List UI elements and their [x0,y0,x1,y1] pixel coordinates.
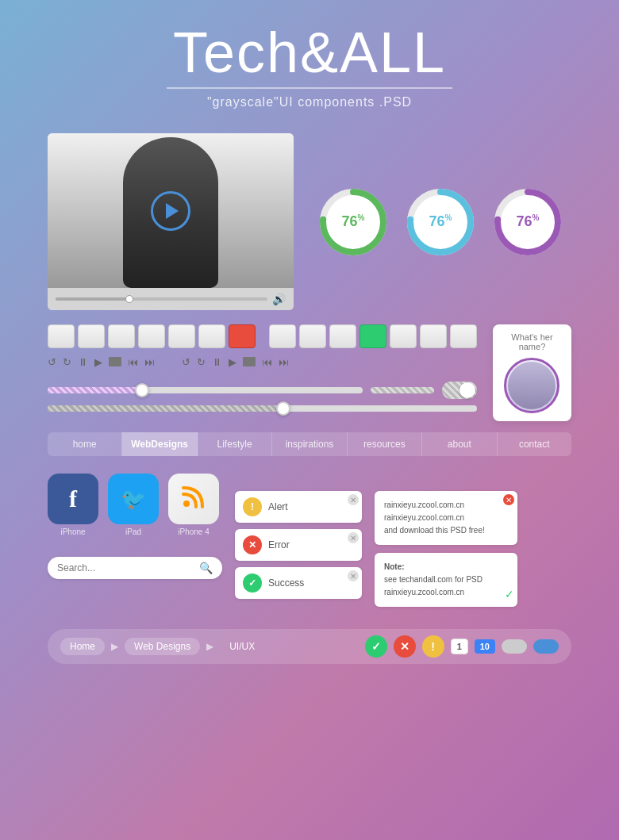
btn-8[interactable] [269,324,296,348]
alerts-section: ! Alert ✕ ✕ Error ✕ ✓ Success ✕ [235,491,362,607]
toggle-knob-1 [459,382,475,398]
nav-bar: home WebDesigns Lifestyle inspirations r… [48,432,571,456]
facebook-social: f iPhone [48,474,98,536]
nav-lifestyle[interactable]: Lifestyle [198,432,272,456]
btn-14[interactable] [450,324,477,348]
nav-resources[interactable]: resources [348,432,422,456]
slider-track-2[interactable] [48,405,477,412]
whn-avatar [504,358,559,413]
breadcrumb-arrow-1: ▶ [111,641,118,652]
pause-icon-2[interactable]: ⏸ [212,356,222,368]
toggle-blue[interactable] [533,639,559,654]
pause-icon[interactable]: ⏸ [78,356,88,368]
site-title: Tech&ALL [0,24,619,81]
note-1-line-2: rainxieyu.zcool.com.cn [384,512,508,524]
note-2-line-2: see techandall.com for PSD [384,573,508,586]
note-1: ✕ rainxieyu.zcool.com.cn rainxieyu.zcool… [375,491,517,545]
whn-title: What's her name? [504,332,560,351]
btn-7-red[interactable] [229,324,256,348]
search-input[interactable] [57,562,199,573]
slider-track-1[interactable] [48,387,363,393]
circle-blue: 76% [405,186,476,258]
alert-success-text: Success [268,577,304,589]
redo-icon-2[interactable]: ↻ [197,356,206,368]
stop-btn[interactable] [109,357,121,366]
breadcrumb-uiux[interactable]: UI/UX [220,638,264,655]
badge-1: 1 [451,639,468,654]
btn-10[interactable] [329,324,356,348]
notes-section: ✕ rainxieyu.zcool.com.cn rainxieyu.zcool… [375,491,517,607]
twitter-label: iPad [125,527,141,536]
prev-icon[interactable]: ⏮ [128,356,138,368]
sliders-section [48,382,477,412]
search-bar: 🔍 [48,557,222,579]
slider-row-1 [48,382,477,399]
nav-about[interactable]: about [422,432,497,456]
success-icon: ✓ [243,573,262,593]
next-icon[interactable]: ⏭ [144,356,155,368]
nav-inspirations[interactable]: inspirations [272,432,347,456]
video-circles-row: 🔊 76% 76% [48,133,571,310]
note-1-line-3: and download this PSD free! [384,524,508,537]
slider-fill-1 [48,387,142,393]
alert-success-close[interactable]: ✕ [348,570,359,581]
undo-icon-2[interactable]: ↺ [182,356,190,368]
play-icon-2[interactable]: ▶ [229,356,236,368]
circle-purple: 76% [492,186,563,258]
nav-webdesigns[interactable]: WebDesigns [122,432,197,456]
facebook-icon-box[interactable]: f [48,474,98,524]
note-1-close[interactable]: ✕ [503,494,514,505]
slider-handle-2[interactable] [276,401,290,416]
btn-1[interactable] [48,324,75,348]
redo-icon[interactable]: ↻ [63,356,71,368]
video-progress-bar[interactable] [56,297,267,301]
facebook-letter: f [69,485,77,512]
video-controls: 🔊 [48,288,294,310]
circle-green: 76% [317,186,389,258]
slider-mini-1[interactable] [371,387,434,393]
status-check-btn[interactable]: ✓ [365,635,387,658]
breadcrumb-webdesigns[interactable]: Web Designs [125,638,200,655]
btn-11-green[interactable] [359,324,386,348]
btn-6[interactable] [198,324,225,348]
slider-handle-1[interactable] [135,383,149,397]
btn-3[interactable] [108,324,135,348]
search-button[interactable]: 🔍 [199,562,213,574]
social-section: f iPhone 🐦 iPad [48,474,222,607]
buttons-section: ↺ ↻ ⏸ ▶ ⏮ ⏭ ↺ ↻ ⏸ ▶ ⏮ ⏭ [48,324,571,421]
breadcrumb-arrow-2: ▶ [206,641,213,652]
note-2-line-1: Note: [384,561,508,573]
note-2: ✓ Note: see techandall.com for PSD rainx… [375,553,517,607]
status-warn-btn[interactable]: ! [422,635,444,658]
rss-icon-box[interactable] [168,474,219,524]
alert-warning-close[interactable]: ✕ [348,494,359,505]
left-controls: ↺ ↻ ⏸ ▶ ⏮ ⏭ ↺ ↻ ⏸ ▶ ⏮ ⏭ [48,324,477,421]
volume-icon[interactable]: 🔊 [272,293,286,305]
btn-2[interactable] [78,324,105,348]
breadcrumb-home[interactable]: Home [60,638,105,655]
btn-5[interactable] [168,324,195,348]
btn-9[interactable] [299,324,326,348]
note-2-line-3: rainxieyu.zcool.com.cn [384,586,508,599]
play-button[interactable] [151,191,190,231]
nav-contact[interactable]: contact [498,432,571,456]
slider-row-2 [48,405,477,412]
error-icon: ✕ [243,535,262,554]
stop-btn-2[interactable] [243,357,256,366]
twitter-icon-box[interactable]: 🐦 [108,474,159,524]
note-1-line-1: rainxieyu.zcool.com.cn [384,499,508,512]
undo-icon[interactable]: ↺ [48,356,56,368]
play-icon[interactable]: ▶ [94,356,102,368]
alert-error-close[interactable]: ✕ [348,532,359,543]
btn-12[interactable] [390,324,417,348]
btn-13[interactable] [420,324,447,348]
twitter-social: 🐦 iPad [108,474,159,536]
note-2-check: ✓ [505,588,514,600]
next-icon-2[interactable]: ⏭ [279,356,289,368]
btn-4[interactable] [138,324,165,348]
slider-toggle-1[interactable] [442,382,477,399]
nav-home[interactable]: home [48,432,122,456]
toggle-gray[interactable] [502,639,527,654]
prev-icon-2[interactable]: ⏮ [262,356,272,368]
status-x-btn[interactable]: ✕ [394,635,416,658]
